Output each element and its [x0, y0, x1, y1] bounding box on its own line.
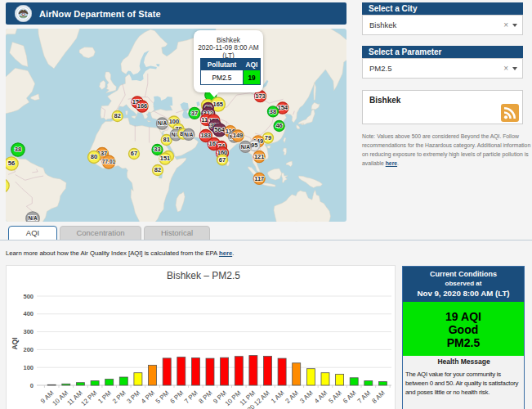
svg-text:183: 183 [201, 132, 212, 139]
svg-text:121: 121 [254, 153, 265, 160]
svg-text:154: 154 [278, 104, 288, 111]
svg-text:6 PM: 6 PM [168, 389, 185, 406]
svg-text:38: 38 [270, 108, 276, 115]
svg-text:80: 80 [91, 153, 97, 160]
svg-text:300: 300 [23, 328, 34, 335]
svg-text:173: 173 [255, 92, 266, 100]
svg-text:AQI: AQI [11, 337, 19, 349]
svg-text:N/A: N/A [241, 144, 251, 150]
svg-text:3 PM: 3 PM [125, 389, 141, 406]
svg-text:67: 67 [131, 150, 137, 157]
svg-text:N/A: N/A [28, 215, 38, 221]
svg-text:10 PM: 10 PM [224, 389, 243, 408]
svg-text:117: 117 [254, 175, 264, 182]
svg-text:151: 151 [160, 155, 171, 162]
svg-text:500: 500 [23, 293, 34, 300]
svg-text:56: 56 [8, 160, 15, 167]
svg-text:38: 38 [15, 146, 21, 153]
svg-text:8 AM: 8 AM [370, 389, 387, 405]
svg-text:2 PM: 2 PM [111, 389, 127, 406]
svg-text:82: 82 [114, 112, 121, 119]
svg-text:33: 33 [154, 146, 160, 153]
svg-text:4 AM: 4 AM [313, 389, 329, 405]
svg-text:149: 149 [233, 132, 244, 139]
svg-text:37: 37 [191, 110, 198, 117]
svg-text:8 PM: 8 PM [198, 389, 214, 406]
svg-text:2 AM: 2 AM [284, 389, 301, 405]
svg-text:5 PM: 5 PM [154, 389, 171, 406]
svg-text:6 AM: 6 AM [342, 389, 358, 405]
svg-text:7 AM: 7 AM [356, 389, 373, 405]
svg-text:1 AM: 1 AM [270, 389, 286, 405]
svg-text:564: 564 [214, 126, 225, 133]
svg-text:46: 46 [275, 122, 282, 129]
svg-text:79: 79 [265, 134, 271, 142]
svg-text:10 AM: 10 AM [51, 389, 69, 407]
svg-text:4 PM: 4 PM [140, 389, 156, 406]
svg-text:Bishkek – PM2.5: Bishkek – PM2.5 [167, 270, 240, 281]
svg-text:12 PM: 12 PM [79, 389, 98, 408]
svg-text:67: 67 [219, 156, 226, 164]
svg-text:77.01: 77.01 [102, 159, 116, 164]
svg-text:400: 400 [23, 310, 34, 317]
svg-text:82: 82 [154, 166, 161, 173]
svg-text:0: 0 [30, 382, 34, 389]
svg-text:95: 95 [251, 142, 257, 149]
svg-text:N/A: N/A [158, 120, 168, 126]
svg-text:5 AM: 5 AM [327, 389, 343, 405]
svg-text:165: 165 [213, 101, 224, 108]
svg-text:81: 81 [163, 136, 170, 143]
svg-text:200: 200 [23, 346, 34, 353]
svg-text:166: 166 [137, 102, 148, 110]
svg-text:3 AM: 3 AM [298, 389, 315, 405]
svg-text:7 PM: 7 PM [183, 389, 199, 406]
svg-text:N/A: N/A [184, 132, 194, 137]
svg-text:1 PM: 1 PM [96, 389, 113, 406]
svg-text:100: 100 [23, 364, 34, 371]
